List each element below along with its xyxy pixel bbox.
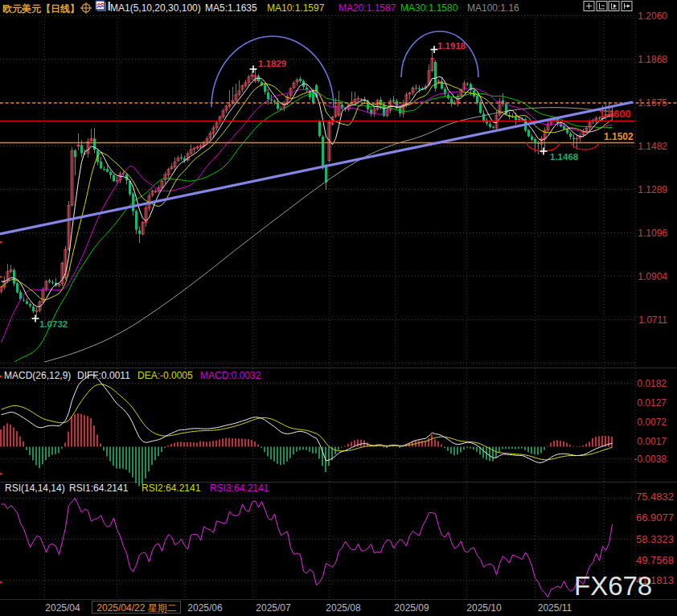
svg-text:2025/09: 2025/09 (394, 602, 429, 614)
svg-text:MA1(5,10,20,30,100): MA1(5,10,20,30,100) (110, 2, 201, 14)
svg-text:1.1482: 1.1482 (638, 141, 667, 152)
svg-text:2025/04: 2025/04 (45, 602, 80, 614)
svg-text:RSI3:64.2141: RSI3:64.2141 (210, 483, 269, 494)
svg-text:0.0182: 0.0182 (637, 378, 667, 389)
svg-text:2025/10: 2025/10 (466, 602, 502, 614)
svg-text:MA20:1.1587: MA20:1.1587 (338, 2, 396, 14)
svg-text:75.4832: 75.4832 (636, 491, 674, 503)
svg-text:1.1468: 1.1468 (550, 152, 579, 162)
svg-text:1.1675: 1.1675 (638, 97, 667, 109)
svg-text:1.1289: 1.1289 (638, 184, 667, 195)
svg-text:58.3323: 58.3323 (636, 533, 674, 545)
svg-text:1.1502: 1.1502 (604, 131, 634, 142)
svg-text:1.1096: 1.1096 (638, 228, 667, 239)
svg-text:2025/11: 2025/11 (538, 602, 572, 614)
svg-text:0.0017: 0.0017 (637, 436, 667, 447)
svg-text:0.0127: 0.0127 (637, 397, 667, 409)
svg-text:DEA:-0.0005: DEA:-0.0005 (137, 370, 193, 381)
svg-text:1.1600: 1.1600 (599, 108, 631, 120)
svg-text:RSI1:64.2141: RSI1:64.2141 (69, 483, 129, 494)
svg-text:2025/04/22 星期二: 2025/04/22 星期二 (96, 602, 176, 614)
svg-text:2025/08: 2025/08 (326, 602, 361, 614)
svg-text:-0.0038: -0.0038 (634, 454, 667, 465)
svg-text:MACD:0.0032: MACD:0.0032 (200, 370, 261, 381)
svg-text:DIFF:0.0011: DIFF:0.0011 (77, 370, 130, 381)
svg-text:MACD(26,12,9): MACD(26,12,9) (4, 370, 71, 381)
svg-text:1.2060: 1.2060 (638, 10, 667, 22)
svg-text:0.0072: 0.0072 (637, 417, 667, 428)
svg-text:RSI(14,14,14): RSI(14,14,14) (5, 483, 65, 494)
svg-text:2025/06: 2025/06 (187, 602, 223, 614)
svg-text:1.1868: 1.1868 (638, 54, 667, 65)
svg-text:RSI2:64.2141: RSI2:64.2141 (142, 483, 201, 494)
svg-text:66.9077: 66.9077 (636, 511, 674, 524)
svg-text:1.0711: 1.0711 (638, 314, 667, 326)
svg-text:MA100:1.16: MA100:1.16 (467, 2, 519, 14)
svg-text:MA30:1.1580: MA30:1.1580 (400, 2, 458, 14)
svg-text:FX678: FX678 (574, 571, 652, 601)
svg-text:1.1918: 1.1918 (437, 41, 466, 51)
svg-text:1.0732: 1.0732 (39, 319, 68, 329)
svg-text:1.1829: 1.1829 (258, 59, 286, 68)
svg-text:MA10:1.1597: MA10:1.1597 (267, 2, 325, 14)
svg-text:2025/07: 2025/07 (256, 602, 291, 614)
svg-text:49.7568: 49.7568 (636, 554, 674, 566)
svg-text:MA5:1.1635: MA5:1.1635 (205, 2, 257, 14)
svg-text:1.0904: 1.0904 (638, 271, 667, 282)
svg-text:欧元美元【日线】: 欧元美元【日线】 (2, 3, 80, 14)
